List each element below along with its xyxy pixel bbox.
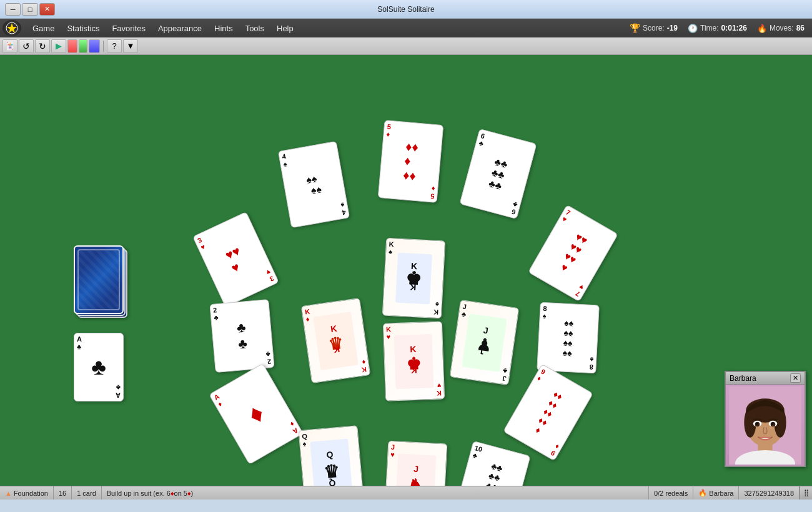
king-diamonds-art: K ♛ K: [312, 310, 360, 371]
minimize-button[interactable]: ─: [5, 3, 21, 16]
menu-appearance[interactable]: Appearance: [152, 21, 208, 36]
status-resize[interactable]: ⣿: [800, 486, 812, 500]
foundation-count: 16: [59, 490, 66, 497]
card-ace-diamonds[interactable]: A♦ ♦ A♦: [209, 363, 304, 465]
maximize-button[interactable]: □: [22, 3, 37, 16]
portrait-close[interactable]: ✕: [790, 373, 801, 383]
menu-game[interactable]: Game: [26, 21, 61, 36]
toolbar-bar1[interactable]: [67, 39, 77, 53]
card-10-clubs[interactable]: 10♣ ♣♣♣♣♣♣♣♣♣♣ 10♣: [453, 441, 530, 486]
menu-statistics[interactable]: Statistics: [61, 21, 106, 36]
svg-text:♞: ♞: [407, 476, 423, 486]
card-center-pip: ♣: [91, 354, 106, 380]
portrait-name: Barbara: [730, 374, 756, 383]
status-count: 16: [54, 486, 72, 500]
card-8-spades[interactable]: 8♠ ♠♠♠♠♠♠♠♠ 8♠: [537, 302, 600, 374]
card-3-hearts[interactable]: 3♥ ♥♥♥ 3♥: [192, 212, 279, 307]
card-jack-hearts[interactable]: J♥ J ♞ J J♥: [384, 441, 448, 486]
card-2-clubs[interactable]: 2♣ ♣♣ 2♣: [209, 299, 274, 373]
svg-text:K: K: [410, 365, 417, 375]
window-title: SolSuite Solitaire: [55, 5, 757, 14]
status-foundation: ▲ Foundation: [0, 486, 54, 500]
status-card-info: 1 card: [72, 486, 102, 500]
card-5-diamonds[interactable]: 5♦ ♦♦♦♦♦ 5♦: [378, 120, 444, 203]
portrait-header: Barbara ✕: [726, 372, 805, 385]
svg-point-37: [756, 422, 758, 425]
card-rank-tl: A♣: [77, 335, 82, 350]
player-portrait[interactable]: Barbara ✕: [725, 371, 806, 467]
time-label: Time:: [700, 24, 719, 32]
toolbar-more[interactable]: ▼: [123, 39, 138, 53]
redeals-text: 0/2 redeals: [654, 490, 688, 497]
title-bar: ─ □ ✕ SolSuite Solitaire: [0, 0, 812, 19]
card-4-spades[interactable]: 4♠ ♠♠ ♠♠ 4♠: [278, 141, 350, 229]
status-bar: ▲ Foundation 16 1 card Build up in suit …: [0, 486, 812, 500]
svg-text:K: K: [410, 282, 417, 292]
svg-text:Q: Q: [326, 449, 334, 460]
menu-tools[interactable]: Tools: [239, 21, 270, 36]
toolbar-help[interactable]: ?: [107, 39, 122, 53]
card-7-hearts[interactable]: 7♥ ♥♥♥♥♥♥ ♥ 7♥: [528, 205, 618, 302]
toolbar-separator: [103, 41, 104, 52]
menu-favorites[interactable]: Favorites: [106, 21, 151, 36]
card-ace-clubs[interactable]: A♣ ♣ A♣: [74, 333, 124, 401]
portrait-image: [726, 385, 805, 466]
toolbar: 🃏 ↺ ↻ ▶ ? ▼: [0, 37, 812, 55]
svg-text:K: K: [330, 323, 337, 333]
svg-text:K: K: [410, 343, 417, 353]
jack-clubs-art: J ♟ J: [460, 312, 508, 373]
svg-point-38: [771, 422, 774, 425]
svg-text:J: J: [413, 463, 419, 473]
game-stats: 🏆 Score: -19 🕐 Time: 0:01:26 🔥 Moves: 86: [630, 23, 810, 33]
menu-hints[interactable]: Hints: [208, 21, 239, 36]
game-area[interactable]: A♣ ♣ A♣ 3♥ ♥♥♥ 3♥ 4♠ ♠♠ ♠♠ 4♠ 5♦ ♦♦♦♦♦ 5…: [0, 55, 812, 486]
queen-spades-art: Q ♛ Q: [309, 437, 354, 486]
player-name-status: Barbara: [709, 490, 733, 497]
svg-text:Q: Q: [329, 478, 336, 486]
toolbar-new[interactable]: 🃏: [2, 39, 17, 53]
score-value: -19: [667, 24, 678, 32]
king-spades-art: K ♚ K: [392, 249, 436, 307]
card-9-diamonds[interactable]: 9♦ ♦♦♦♦♦♦♦♦ ♦ 9♦: [503, 364, 593, 461]
toolbar-redo[interactable]: ↻: [35, 39, 50, 53]
king-hearts-art: K ♚ K: [392, 332, 435, 390]
menu-bar: Game Statistics Favorites Appearance Hin…: [0, 19, 812, 37]
toolbar-bar2[interactable]: [79, 39, 87, 53]
card-6-clubs[interactable]: 6♣ ♣♣♣♣♣♣ 6♣: [459, 129, 537, 219]
barbara-svg: [728, 386, 803, 465]
menu-help[interactable]: Help: [270, 21, 300, 36]
toolbar-undo[interactable]: ↺: [19, 39, 34, 53]
card-rank-br: A♣: [116, 384, 121, 399]
card-king-diamonds[interactable]: K♦ K ♛ K K♦: [301, 298, 370, 383]
card-info: 1 card: [77, 490, 96, 497]
status-redeals: 0/2 redeals: [649, 486, 693, 500]
card-jack-clubs[interactable]: J♣ J ♟ J J♣: [450, 300, 519, 385]
status-seed: 3275291249318: [739, 486, 800, 500]
toolbar-play[interactable]: ▶: [51, 39, 66, 53]
moves-label: Moves:: [770, 24, 794, 32]
close-button[interactable]: ✕: [39, 3, 55, 16]
status-player: 🔥 Barbara: [693, 486, 739, 500]
card-queen-spades[interactable]: Q♠ Q ♛ Q Q♠: [299, 425, 365, 486]
app-logo: [2, 20, 21, 36]
status-rule: Build up in suit (ex. 6 ♦ on 5 ♦): [102, 486, 649, 500]
toolbar-bar3[interactable]: [89, 39, 100, 53]
jack-hearts-art: J ♞ J: [394, 452, 438, 486]
foundation-label: Foundation: [14, 490, 48, 497]
card-king-hearts[interactable]: K♥ K ♚ K K♥: [383, 321, 445, 401]
moves-value: 86: [796, 24, 805, 32]
seed-value: 3275291249318: [744, 490, 794, 497]
card-king-spades[interactable]: K♠ K ♚ K K♠: [382, 238, 445, 319]
score-label: Score:: [643, 24, 665, 32]
time-value: 0:01:26: [721, 24, 747, 32]
